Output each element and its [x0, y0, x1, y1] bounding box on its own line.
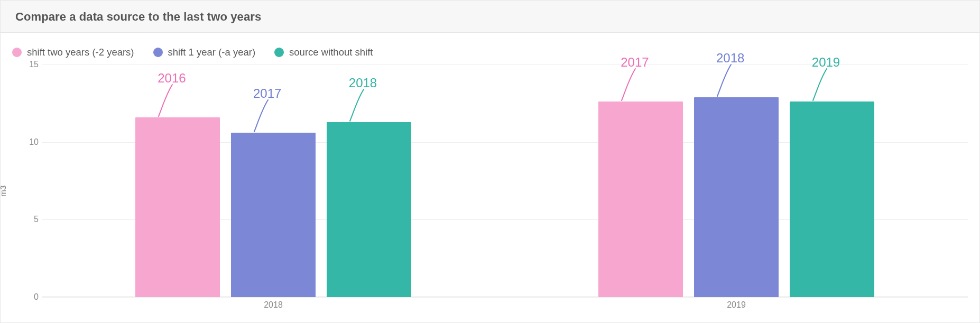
gridline [42, 64, 968, 65]
legend-item-label: shift two years (-2 years) [27, 47, 134, 58]
gridline [42, 297, 968, 298]
legend-item-shift-two-years[interactable]: shift two years (-2 years) [12, 47, 134, 58]
legend-item-shift-one-year[interactable]: shift 1 year (-a year) [153, 47, 256, 58]
chart-panel: Compare a data source to the last two ye… [0, 0, 980, 323]
annotation-leader-icon [150, 82, 182, 130]
y-axis-unit-label: m3 [0, 185, 7, 196]
panel-title: Compare a data source to the last two ye… [1, 1, 979, 33]
chart-area: m3 051015201620172018201720182019 201820… [1, 59, 979, 322]
bar[interactable] [231, 133, 316, 297]
y-tick-label: 0 [24, 292, 39, 302]
y-tick-label: 5 [24, 215, 39, 224]
legend-item-label: shift 1 year (-a year) [168, 47, 256, 58]
y-tick-label: 10 [24, 137, 39, 147]
x-tick-label: 2018 [264, 300, 283, 310]
x-tick-label: 2019 [727, 300, 746, 310]
annotation-leader-icon [341, 87, 373, 135]
y-tick-label: 15 [24, 60, 39, 69]
legend: shift two years (-2 years) shift 1 year … [1, 33, 979, 59]
plot-area: 051015201620172018201720182019 [42, 64, 968, 297]
bar[interactable] [598, 101, 683, 297]
x-axis-ticks: 20182019 [42, 300, 968, 313]
legend-swatch-icon [12, 48, 22, 57]
annotation-leader-icon [709, 62, 741, 110]
bar[interactable] [327, 122, 411, 297]
annotation-leader-icon [613, 67, 645, 114]
bar[interactable] [790, 101, 874, 297]
bar[interactable] [694, 97, 779, 297]
bar[interactable] [135, 117, 220, 297]
annotation-leader-icon [805, 67, 836, 114]
legend-swatch-icon [153, 48, 163, 57]
annotation-leader-icon [246, 98, 278, 145]
legend-item-source-no-shift[interactable]: source without shift [274, 47, 373, 58]
legend-swatch-icon [274, 48, 284, 57]
legend-item-label: source without shift [289, 47, 373, 58]
